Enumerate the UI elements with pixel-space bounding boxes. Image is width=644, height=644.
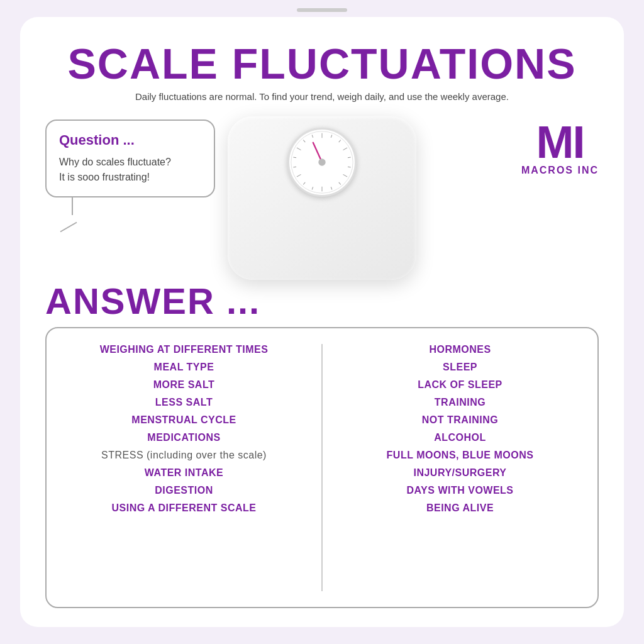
left-item-1: WEIGHING AT DIFFERENT TIMES [100, 344, 269, 355]
right-item-8: INJURY/SURGERY [413, 467, 506, 479]
right-item-7: FULL MOONS, BLUE MOONS [387, 450, 534, 461]
svg-line-12 [303, 182, 305, 185]
logo-name: MACROS INC [521, 165, 599, 176]
left-item-4: LESS SALT [155, 397, 213, 408]
left-item-10: USING A DIFFERENT SCALE [112, 502, 257, 514]
left-item-8: WATER INTAKE [145, 467, 223, 479]
svg-line-15 [293, 157, 296, 158]
left-item-2: MEAL TYPE [154, 362, 214, 373]
svg-line-2 [331, 135, 332, 137]
question-label: Question ... [59, 132, 201, 148]
dial-ticks-svg [289, 130, 355, 195]
scale-dial [287, 128, 357, 197]
question-text: Why do scales fluctuate?It is sooo frust… [59, 155, 201, 185]
page-title: SCALE FLUCTUATIONS [67, 42, 576, 85]
left-item-9: DIGESTION [155, 485, 213, 496]
answers-box: WEIGHING AT DIFFERENT TIMES MEAL TYPE MO… [45, 327, 599, 608]
right-item-6: ALCOHOL [434, 432, 486, 443]
right-item-9: DAYS WITH VOWELS [406, 485, 513, 496]
svg-line-17 [303, 140, 305, 143]
logo-letters: MI [536, 119, 584, 165]
right-item-4: TRAINING [435, 397, 486, 408]
svg-line-11 [312, 187, 313, 189]
right-item-5: NOT TRAINING [422, 414, 499, 426]
svg-line-8 [339, 182, 341, 185]
right-item-2: SLEEP [443, 362, 477, 373]
svg-line-6 [348, 167, 351, 167]
svg-line-18 [312, 135, 313, 137]
scale-body [228, 116, 416, 280]
right-item-10: BEING ALIVE [426, 502, 494, 514]
left-column: WEIGHING AT DIFFERENT TIMES MEAL TYPE MO… [53, 344, 315, 591]
page-subtitle: Daily fluctuations are normal. To find y… [135, 91, 509, 102]
svg-line-3 [339, 140, 341, 143]
svg-line-13 [297, 174, 301, 177]
svg-line-14 [293, 167, 296, 167]
svg-line-7 [343, 174, 348, 177]
right-column: HORMONES SLEEP LACK OF SLEEP TRAINING NO… [329, 344, 591, 591]
left-item-3: MORE SALT [153, 379, 215, 391]
svg-point-20 [318, 158, 325, 165]
main-card: SCALE FLUCTUATIONS Daily fluctuations ar… [20, 17, 624, 627]
right-item-1: HORMONES [429, 344, 491, 355]
scale-image [221, 107, 423, 289]
svg-line-4 [343, 148, 348, 150]
svg-line-9 [331, 187, 332, 189]
logo-area: MI MACROS INC [521, 119, 599, 176]
left-item-7: STRESS (including over the scale) [101, 450, 267, 461]
svg-line-5 [348, 157, 351, 158]
column-divider [321, 344, 323, 591]
left-item-5: MENSTRUAL CYCLE [131, 414, 236, 426]
left-item-6: MEDICATIONS [147, 432, 220, 443]
middle-section: Question ... Why do scales fluctuate?It … [45, 113, 599, 277]
handle-decoration [297, 8, 347, 12]
question-bubble: Question ... Why do scales fluctuate?It … [45, 119, 215, 197]
right-item-3: LACK OF SLEEP [418, 379, 502, 391]
svg-line-16 [297, 148, 301, 150]
